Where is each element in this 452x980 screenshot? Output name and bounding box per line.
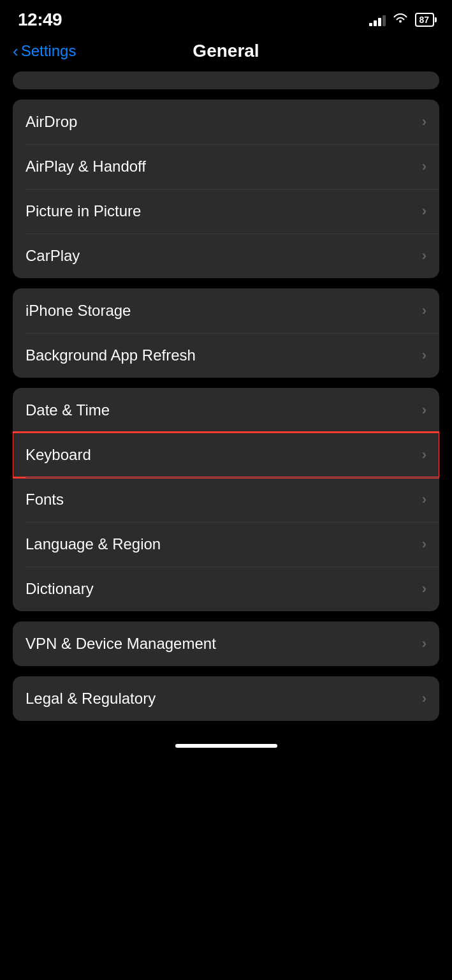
group-legal: Legal & Regulatory › [13, 676, 439, 721]
date-time-chevron-icon: › [422, 402, 426, 419]
row-dictionary[interactable]: Dictionary › [13, 567, 439, 611]
row-vpn-device-management[interactable]: VPN & Device Management › [13, 621, 439, 666]
group-connectivity: AirDrop › AirPlay & Handoff › Picture in… [13, 100, 439, 278]
row-legal-regulatory[interactable]: Legal & Regulatory › [13, 676, 439, 721]
row-background-app-refresh[interactable]: Background App Refresh › [13, 333, 439, 378]
row-fonts[interactable]: Fonts › [13, 477, 439, 522]
legal-regulatory-label: Legal & Regulatory [26, 690, 156, 708]
battery-level: 87 [419, 15, 429, 25]
row-date-time[interactable]: Date & Time › [13, 388, 439, 433]
background-app-refresh-chevron-icon: › [422, 347, 426, 364]
airplay-handoff-chevron-icon: › [422, 158, 426, 175]
picture-in-picture-label: Picture in Picture [26, 202, 141, 220]
home-bar [175, 744, 277, 748]
battery-icon: 87 [415, 13, 434, 27]
airdrop-chevron-icon: › [422, 114, 426, 130]
group-vpn: VPN & Device Management › [13, 621, 439, 666]
dictionary-chevron-icon: › [422, 581, 426, 597]
vpn-device-management-label: VPN & Device Management [26, 635, 216, 653]
background-app-refresh-label: Background App Refresh [26, 346, 196, 364]
vpn-device-management-chevron-icon: › [422, 635, 426, 652]
partial-top-card [13, 71, 439, 89]
settings-content: AirDrop › AirPlay & Handoff › Picture in… [0, 71, 452, 721]
group-storage: iPhone Storage › Background App Refresh … [13, 288, 439, 378]
airplay-handoff-label: AirPlay & Handoff [26, 158, 146, 175]
page-title: General [193, 41, 259, 61]
row-carplay[interactable]: CarPlay › [13, 234, 439, 278]
row-iphone-storage[interactable]: iPhone Storage › [13, 288, 439, 333]
status-time: 12:49 [18, 10, 62, 30]
row-airdrop[interactable]: AirDrop › [13, 100, 439, 144]
back-label: Settings [21, 42, 77, 60]
carplay-chevron-icon: › [422, 248, 426, 264]
status-bar: 12:49 87 [0, 0, 452, 34]
nav-header: ‹ Settings General [0, 34, 452, 71]
back-chevron-icon: ‹ [13, 43, 18, 59]
picture-in-picture-chevron-icon: › [422, 203, 426, 219]
iphone-storage-label: iPhone Storage [26, 302, 131, 320]
fonts-chevron-icon: › [422, 491, 426, 508]
carplay-label: CarPlay [26, 247, 80, 265]
row-picture-in-picture[interactable]: Picture in Picture › [13, 189, 439, 234]
keyboard-chevron-icon: › [422, 447, 426, 463]
dictionary-label: Dictionary [26, 580, 94, 598]
wifi-icon [392, 12, 409, 28]
status-icons: 87 [369, 12, 434, 28]
group-locale: Date & Time › Keyboard › Fonts › Languag… [13, 388, 439, 611]
back-button[interactable]: ‹ Settings [13, 42, 76, 60]
fonts-label: Fonts [26, 491, 64, 509]
airdrop-label: AirDrop [26, 113, 77, 131]
legal-regulatory-chevron-icon: › [422, 690, 426, 707]
row-language-region[interactable]: Language & Region › [13, 522, 439, 567]
signal-icon [369, 13, 386, 26]
row-keyboard[interactable]: Keyboard › [13, 433, 439, 477]
iphone-storage-chevron-icon: › [422, 302, 426, 319]
home-indicator [0, 731, 452, 754]
language-region-label: Language & Region [26, 535, 161, 553]
language-region-chevron-icon: › [422, 536, 426, 553]
keyboard-label: Keyboard [26, 446, 91, 464]
row-airplay-handoff[interactable]: AirPlay & Handoff › [13, 144, 439, 189]
date-time-label: Date & Time [26, 401, 110, 419]
